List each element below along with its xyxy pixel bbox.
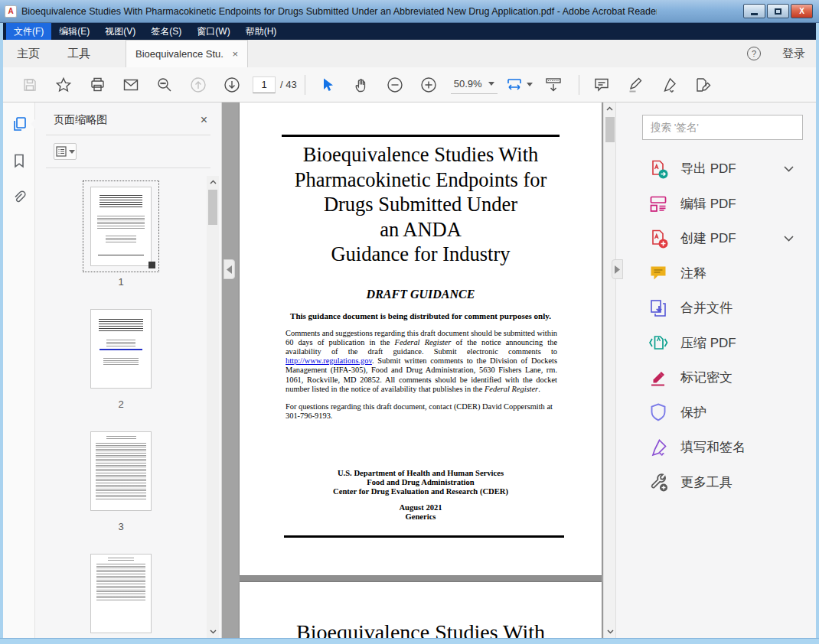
- scrollbar-thumb[interactable]: [208, 190, 217, 225]
- document-title: Bioequivalence Studies With Pharmacokine…: [240, 142, 602, 267]
- previous-page-button[interactable]: [185, 72, 211, 98]
- title-bar: A Bioequivalence Studies With Pharmacoki…: [0, 0, 819, 23]
- chevron-down-icon: [69, 150, 75, 154]
- thumbnails-scrollbar[interactable]: [207, 176, 219, 638]
- main-toolbar: / 43 50.9%: [3, 67, 816, 102]
- next-page-button[interactable]: [219, 72, 245, 98]
- zoom-out-button[interactable]: [382, 72, 408, 98]
- sign-in-button[interactable]: 登录: [782, 47, 805, 61]
- print-button[interactable]: [84, 72, 110, 98]
- document-scrollbar[interactable]: [603, 102, 615, 638]
- bookmarks-rail-button[interactable]: [3, 145, 35, 176]
- thumbnail-page-number: 2: [83, 398, 159, 410]
- favorite-button[interactable]: [51, 72, 77, 98]
- menu-window[interactable]: 窗口(W): [189, 23, 237, 40]
- tab-home[interactable]: 主页: [3, 40, 54, 67]
- tool-edit-pdf[interactable]: 编辑 PDF: [616, 187, 817, 222]
- page-thumbnails-rail-button[interactable]: [3, 109, 35, 139]
- previous-view-arrow[interactable]: [224, 259, 235, 279]
- scrolling-mode-button[interactable]: [540, 72, 566, 98]
- tool-export-pdf[interactable]: 导出 PDF: [616, 151, 817, 187]
- combine-files-icon: [648, 298, 668, 318]
- highlight-tool-button[interactable]: [622, 72, 648, 98]
- help-icon[interactable]: ?: [747, 47, 761, 60]
- fountain-pen-icon: [661, 76, 677, 93]
- tool-more-tools[interactable]: 更多工具: [616, 465, 817, 500]
- tool-redact[interactable]: 标记密文: [616, 360, 817, 395]
- thumbnail-page-1[interactable]: 1: [83, 181, 159, 288]
- scroll-up-icon[interactable]: [604, 102, 615, 115]
- close-icon: X: [799, 7, 804, 15]
- find-button[interactable]: [152, 72, 178, 98]
- zoom-level-dropdown[interactable]: 50.9%: [451, 76, 498, 94]
- fit-width-dropdown[interactable]: [505, 76, 533, 94]
- scrolling-mode-icon: [544, 76, 563, 94]
- contact-paragraph: For questions regarding this draft docum…: [286, 402, 557, 421]
- panel-close-icon[interactable]: ×: [201, 114, 207, 126]
- minimize-button[interactable]: [743, 4, 765, 18]
- tab-tools[interactable]: 工具: [54, 40, 104, 67]
- tool-compress-pdf[interactable]: 压缩 PDF: [616, 326, 817, 361]
- send-for-signature-button[interactable]: [690, 72, 716, 98]
- thumbnail-list: 1 2 3: [35, 176, 207, 638]
- tool-protect[interactable]: 保护: [616, 395, 817, 431]
- attachments-rail-button[interactable]: [3, 182, 35, 213]
- chevron-down-icon: [784, 166, 794, 172]
- zoom-in-button[interactable]: [416, 72, 442, 98]
- menu-view[interactable]: 视图(V): [97, 23, 143, 40]
- fit-width-icon: [505, 76, 524, 94]
- menu-help[interactable]: 帮助(H): [238, 23, 285, 40]
- next-view-arrow[interactable]: [612, 259, 623, 279]
- page-thumbnails-icon: [11, 115, 28, 132]
- menu-sign[interactable]: 签名(S): [143, 23, 189, 40]
- page-number-input[interactable]: [253, 76, 276, 93]
- fill-sign-tool-button[interactable]: [656, 72, 682, 98]
- comment-tool-button[interactable]: [589, 72, 615, 98]
- navigation-rail: [3, 102, 35, 638]
- tools-search-input[interactable]: [642, 115, 803, 140]
- toolbar-divider: [305, 75, 305, 95]
- compress-pdf-icon: [648, 333, 668, 353]
- pdf-page-2: Bioequivalence Studies With: [240, 582, 602, 638]
- select-tool-button[interactable]: [315, 72, 341, 98]
- menu-bar: 文件(F) 编辑(E) 视图(V) 签名(S) 窗口(W) 帮助(H): [0, 23, 819, 40]
- scroll-down-icon[interactable]: [604, 626, 616, 638]
- tab-document[interactable]: Bioequivalence Stu... ×: [126, 40, 248, 67]
- tool-fill-sign[interactable]: 填写和签名: [616, 430, 817, 465]
- maximize-button[interactable]: [767, 4, 789, 18]
- window-border-bottom: [0, 638, 819, 644]
- minimize-icon: [751, 13, 758, 15]
- close-button[interactable]: X: [791, 4, 813, 18]
- tool-combine-files[interactable]: 合并文件: [616, 291, 817, 326]
- scrollbar-thumb[interactable]: [605, 117, 615, 142]
- tool-comment[interactable]: 注释: [616, 256, 817, 291]
- menu-edit[interactable]: 编辑(E): [51, 23, 97, 40]
- menu-file[interactable]: 文件(F): [6, 23, 51, 40]
- thumbnail-page-3[interactable]: 3: [83, 425, 159, 532]
- chevron-down-icon: [488, 82, 494, 86]
- draft-guidance-heading: DRAFT GUIDANCE: [240, 288, 602, 301]
- toolbar-divider: [579, 75, 579, 95]
- email-button[interactable]: [118, 72, 144, 98]
- thumbnail-image: [90, 431, 152, 511]
- scroll-down-icon[interactable]: [207, 626, 219, 638]
- thumbnail-page-number: 3: [83, 521, 159, 532]
- close-tab-icon[interactable]: ×: [232, 49, 238, 59]
- tool-create-pdf[interactable]: 创建 PDF: [616, 221, 817, 256]
- pdf-page-1: Bioequivalence Studies With Pharmacokine…: [240, 102, 602, 575]
- thumbnail-page-2[interactable]: 2: [83, 303, 159, 410]
- document-view[interactable]: Bioequivalence Studies With Pharmacokine…: [222, 102, 603, 638]
- thumbnail-page-4[interactable]: 4: [83, 548, 159, 644]
- regulations-gov-link[interactable]: http://www.regulations.gov: [286, 356, 372, 365]
- hand-icon: [353, 76, 370, 93]
- save-button[interactable]: [17, 72, 43, 98]
- window-title: Bioequivalence Studies With Pharmacokine…: [21, 6, 657, 17]
- hand-tool-button[interactable]: [348, 72, 374, 98]
- tool-list: 导出 PDF 编辑 PDF 创建 PDF 注释 合并文件 压缩 PDF 标记密文: [616, 151, 817, 499]
- thumbnail-image: [90, 187, 152, 266]
- comment-icon: [648, 263, 668, 283]
- scroll-up-icon[interactable]: [207, 176, 219, 188]
- chevron-right-icon: [615, 265, 620, 274]
- panel-title: 页面缩略图: [54, 113, 107, 127]
- thumbnail-options-button[interactable]: [54, 143, 77, 160]
